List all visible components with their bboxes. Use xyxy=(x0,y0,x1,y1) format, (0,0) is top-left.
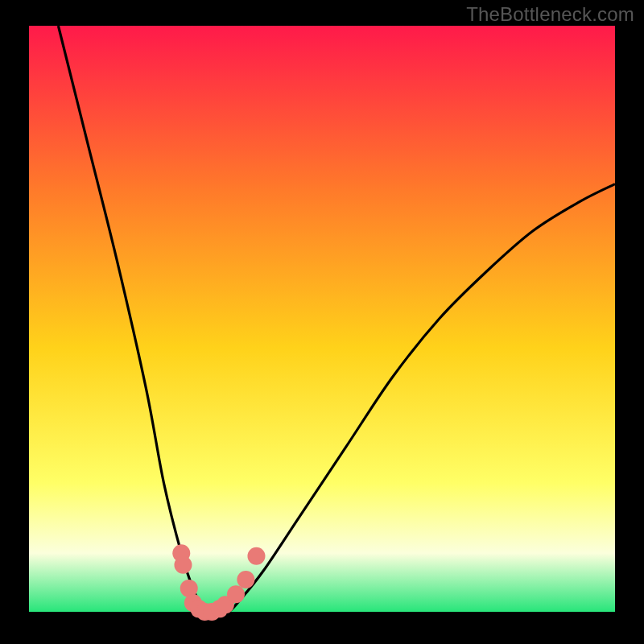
marker-dot xyxy=(227,585,245,603)
bottleneck-chart xyxy=(0,0,644,644)
watermark-text: TheBottleneck.com xyxy=(466,3,634,26)
marker-dot xyxy=(237,571,254,588)
marker-dot xyxy=(247,547,265,565)
chart-frame: TheBottleneck.com xyxy=(0,0,644,644)
plot-background xyxy=(29,26,615,612)
marker-dot xyxy=(174,556,192,574)
